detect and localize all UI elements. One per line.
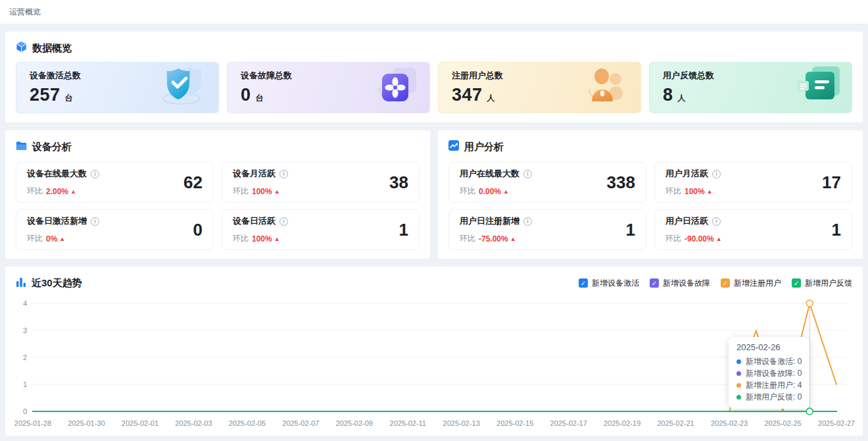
ratio-prefix: 环比	[233, 233, 249, 244]
trend-up-icon	[707, 188, 713, 195]
svg-text:2025-02-11: 2025-02-11	[390, 419, 426, 427]
checkbox-checked-icon[interactable]	[792, 278, 801, 288]
legend-item-new-device-activations[interactable]: 新增设备激活	[579, 278, 639, 289]
legend-item-new-user-feedback[interactable]: 新增用户反馈	[792, 278, 852, 289]
series-dot-icon	[736, 371, 741, 376]
checkbox-checked-icon[interactable]	[579, 278, 588, 288]
ratio-value: -90.00%	[685, 234, 714, 244]
tooltip-row-text: 新增设备激活: 0	[746, 355, 802, 367]
ratio-prefix: 环比	[665, 233, 681, 244]
breadcrumb: 运营概览	[0, 0, 868, 24]
ratio-prefix: 环比	[460, 233, 475, 244]
tooltip-row-text: 新增设备故障: 0	[746, 367, 802, 379]
trend-line-chart[interactable]: 012342025-01-282025-01-302025-02-012025-…	[16, 296, 852, 435]
folder-icon	[16, 141, 27, 153]
stat-label: 用户在线最大数	[460, 168, 519, 180]
device-fault-fan-icon	[370, 65, 420, 111]
trend-up-icon	[70, 188, 76, 195]
stat-box-device-daily-active: 设备日活跃 环比100% 1	[222, 209, 420, 250]
shield-check-icon	[158, 65, 209, 111]
breadcrumb-item-operations-overview[interactable]: 运营概览	[9, 7, 41, 18]
svg-text:2025-02-09: 2025-02-09	[336, 419, 373, 427]
ratio-value: -75.00%	[479, 234, 508, 244]
trend-section: 近30天趋势 新增设备激活 新增设备故障 新增注册用户 新增用户反馈 01234…	[5, 267, 863, 436]
section-title-device-analysis: 设备分析	[32, 141, 72, 153]
trend-up-icon	[274, 236, 280, 242]
tooltip-row-text: 新增用户反馈: 0	[746, 391, 802, 403]
device-analysis-section: 设备分析 设备在线最大数 环比2.00% 62 设备月活跃 环比100% 38	[5, 130, 430, 259]
stat-card-registered-users-total[interactable]: 注册用户总数 347 人	[438, 62, 641, 113]
stat-box-user-online-max: 用户在线最大数 环比0.00% 338	[448, 162, 646, 203]
ratio-prefix: 环比	[27, 233, 43, 244]
svg-text:2025-02-03: 2025-02-03	[175, 419, 212, 427]
stat-card-value: 0	[241, 85, 251, 105]
stat-label: 设备在线最大数	[27, 168, 87, 180]
svg-text:2025-02-27: 2025-02-27	[818, 419, 855, 427]
info-icon[interactable]	[91, 170, 99, 178]
legend-item-new-device-faults[interactable]: 新增设备故障	[650, 278, 710, 289]
stat-label: 用户日注册新增	[460, 215, 519, 227]
stat-value: 1	[626, 220, 635, 240]
checkbox-checked-icon[interactable]	[721, 278, 730, 288]
section-title-data-overview: 数据概览	[32, 42, 72, 55]
info-icon[interactable]	[523, 217, 532, 226]
svg-text:2025-02-17: 2025-02-17	[550, 419, 587, 427]
ratio-value: 100%	[685, 187, 705, 196]
svg-text:0: 0	[23, 407, 27, 415]
stat-card-unit: 人	[487, 93, 495, 104]
stat-card-label: 用户反馈总数	[663, 70, 714, 82]
checkbox-checked-icon[interactable]	[650, 278, 659, 288]
section-title-trend: 近30天趋势	[32, 277, 82, 290]
svg-text:3: 3	[23, 326, 27, 334]
series-dot-icon	[736, 395, 741, 400]
stat-card-user-feedback-total[interactable]: 用户反馈总数 8 人	[649, 62, 852, 113]
ratio-value: 100%	[252, 187, 272, 196]
tooltip-row-text: 新增注册用户: 4	[746, 379, 802, 391]
feedback-panels-icon	[791, 65, 842, 111]
info-icon[interactable]	[91, 217, 99, 226]
legend-item-new-registered-users[interactable]: 新增注册用户	[721, 278, 781, 289]
stat-value: 1	[399, 220, 408, 240]
ratio-value: 100%	[252, 234, 272, 244]
trend-up-icon	[59, 236, 65, 242]
stat-card-unit: 台	[65, 93, 73, 104]
stat-label: 用户月活跃	[665, 168, 708, 180]
stat-box-user-daily-active: 用户日活跃 环比-90.00% 1	[654, 209, 852, 250]
stat-value: 0	[193, 220, 203, 240]
stat-card-label: 设备激活总数	[30, 70, 81, 82]
trend-up-icon	[274, 188, 280, 195]
stat-card-label: 设备故障总数	[241, 70, 292, 82]
data-overview-section: 数据概览 设备激活总数 257 台	[5, 32, 863, 122]
svg-text:2025-02-21: 2025-02-21	[657, 419, 694, 427]
stat-value: 17	[822, 172, 841, 193]
stat-card-value: 257	[30, 85, 60, 105]
svg-text:2025-01-30: 2025-01-30	[68, 419, 105, 427]
chart-tooltip: 2025-02-26 新增设备激活: 0 新增设备故障: 0 新增注册用户: 4…	[729, 337, 809, 409]
user-analysis-section: 用户分析 用户在线最大数 环比0.00% 338 用户月活跃 环比100% 17	[438, 130, 863, 259]
info-icon[interactable]	[279, 170, 288, 178]
cube-icon	[16, 41, 27, 55]
info-icon[interactable]	[523, 170, 532, 178]
ratio-prefix: 环比	[27, 186, 43, 197]
stat-value: 1	[832, 220, 841, 240]
stat-label: 设备月活跃	[233, 168, 276, 180]
info-icon[interactable]	[712, 170, 721, 178]
stat-card-device-activated-total[interactable]: 设备激活总数 257 台	[16, 62, 219, 113]
svg-text:2025-02-13: 2025-02-13	[443, 419, 480, 427]
data-overview-header: 数据概览	[16, 39, 852, 57]
stat-value: 38	[389, 172, 408, 193]
stat-card-device-fault-total[interactable]: 设备故障总数 0 台	[227, 62, 430, 113]
bar-chart-icon	[16, 277, 26, 290]
svg-text:2025-02-25: 2025-02-25	[764, 419, 801, 427]
info-icon[interactable]	[712, 217, 721, 226]
svg-text:2: 2	[23, 353, 27, 361]
info-icon[interactable]	[279, 217, 288, 226]
stat-card-value: 8	[663, 85, 673, 105]
ratio-prefix: 环比	[233, 186, 249, 197]
ratio-value: 0.00%	[479, 187, 501, 196]
stat-box-device-daily-activated-new: 设备日激活新增 环比0% 0	[16, 209, 214, 250]
overview-cards-row: 设备激活总数 257 台	[16, 62, 852, 113]
svg-text:2025-01-28: 2025-01-28	[14, 419, 51, 427]
svg-text:2025-02-15: 2025-02-15	[496, 419, 533, 427]
series-dot-icon	[736, 359, 741, 364]
